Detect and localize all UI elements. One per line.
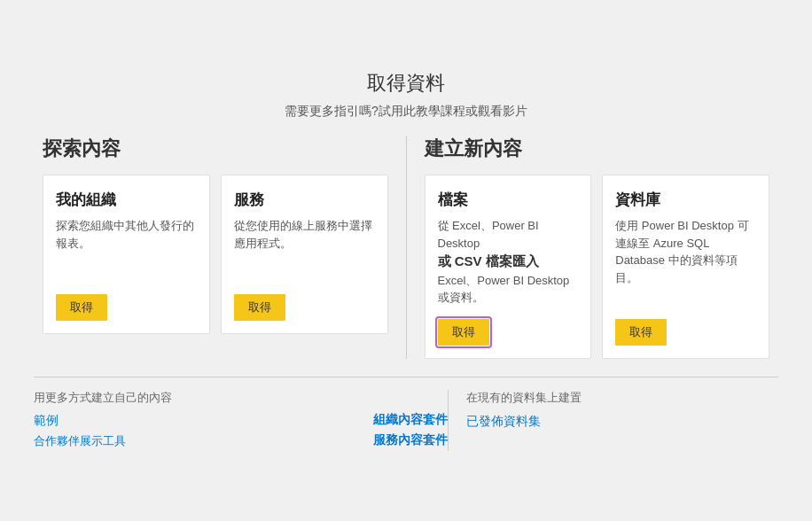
- explore-cards: 我的組織 探索您組織中其他人發行的報表。 取得 服務 從您使用的線上服務中選擇應…: [43, 175, 388, 334]
- files-card: 檔案 從 Excel、Power BI Desktop 或 CSV 檔案匯入 E…: [425, 175, 592, 359]
- services-desc: 從您使用的線上服務中選擇應用程式。: [234, 217, 375, 282]
- files-btn-area: 取得: [438, 319, 579, 346]
- services-card: 服務 從您使用的線上服務中選擇應用程式。 取得: [221, 175, 388, 334]
- my-org-btn-area: 取得: [56, 294, 197, 321]
- database-btn-area: 取得: [615, 319, 756, 346]
- explore-section-title: 探索內容: [43, 136, 388, 162]
- create-cards: 檔案 從 Excel、Power BI Desktop 或 CSV 檔案匯入 E…: [425, 175, 770, 359]
- footer-left-col2-spacer: [373, 390, 448, 403]
- files-desc-post: Excel、Power BI Desktop 或資料。: [438, 274, 570, 305]
- services-btn-area: 取得: [234, 294, 375, 321]
- services-title: 服務: [234, 190, 375, 210]
- database-get-button[interactable]: 取得: [615, 319, 667, 346]
- page-title: 取得資料: [34, 70, 778, 97]
- section-divider: [406, 136, 407, 359]
- database-card: 資料庫 使用 Power BI Desktop 可連線至 Azure SQL D…: [602, 175, 769, 359]
- database-desc: 使用 Power BI Desktop 可連線至 Azure SQL Datab…: [615, 217, 756, 307]
- footer-partner-link[interactable]: 合作夥伴展示工具: [34, 433, 347, 449]
- footer-right-title: 在現有的資料集上建置: [466, 390, 779, 406]
- files-desc: 從 Excel、Power BI Desktop 或 CSV 檔案匯入 Exce…: [438, 217, 579, 307]
- footer-service-content-link[interactable]: 服務內容套件: [373, 432, 448, 448]
- footer-left: 用更多方式建立自己的內容 範例 合作夥伴展示工具: [34, 390, 364, 451]
- my-org-title: 我的組織: [56, 190, 197, 210]
- services-get-button[interactable]: 取得: [234, 294, 285, 321]
- files-title: 檔案: [438, 190, 579, 210]
- footer-left-title: 用更多方式建立自己的內容: [34, 390, 347, 406]
- files-desc-highlight: 或 CSV 檔案匯入: [438, 253, 539, 268]
- create-section: 建立新內容 檔案 從 Excel、Power BI Desktop 或 CSV …: [416, 136, 779, 359]
- sections: 探索內容 我的組織 探索您組織中其他人發行的報表。 取得 服務 從您使用的線上服…: [34, 136, 778, 359]
- footer-left-col2: 組織內容套件 服務內容套件: [364, 390, 448, 451]
- footer-published-dataset-link[interactable]: 已發佈資料集: [466, 414, 541, 428]
- my-org-desc: 探索您組織中其他人發行的報表。: [56, 217, 197, 282]
- explore-section: 探索內容 我的組織 探索您組織中其他人發行的報表。 取得 服務 從您使用的線上服…: [34, 136, 397, 359]
- my-org-card: 我的組織 探索您組織中其他人發行的報表。 取得: [43, 175, 210, 334]
- footer: 用更多方式建立自己的內容 範例 合作夥伴展示工具 組織內容套件 服務內容套件 在…: [34, 377, 778, 451]
- header: 取得資料 需要更多指引嗎?試用此教學課程或觀看影片: [34, 70, 778, 120]
- files-desc-pre: 從 Excel、Power BI Desktop: [438, 219, 539, 250]
- create-section-title: 建立新內容: [425, 136, 770, 162]
- footer-examples-link[interactable]: 範例: [34, 413, 347, 429]
- footer-right: 在現有的資料集上建置 已發佈資料集: [448, 390, 779, 451]
- files-get-button[interactable]: 取得: [438, 319, 489, 346]
- page-subtitle: 需要更多指引嗎?試用此教學課程或觀看影片: [34, 104, 778, 120]
- database-title: 資料庫: [615, 190, 756, 210]
- footer-left-links: 範例 合作夥伴展示工具: [34, 413, 347, 449]
- my-org-get-button[interactable]: 取得: [56, 294, 107, 321]
- main-container: 取得資料 需要更多指引嗎?試用此教學課程或觀看影片 探索內容 我的組織 探索您組…: [7, 52, 805, 469]
- footer-org-content-link[interactable]: 組織內容套件: [373, 412, 448, 428]
